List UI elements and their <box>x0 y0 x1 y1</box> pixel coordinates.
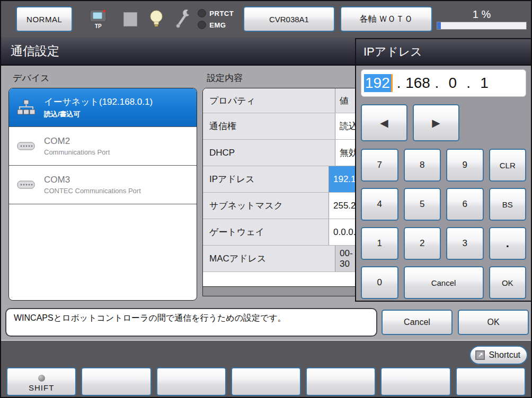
ip-octet-4[interactable]: 1 <box>474 75 495 92</box>
page-title: 通信設定 <box>11 43 59 59</box>
key-clear[interactable]: CLR <box>489 149 527 182</box>
mode-button[interactable]: NORMAL <box>16 6 73 32</box>
tp-label: TP <box>95 23 102 29</box>
fkey-4[interactable] <box>231 367 301 396</box>
wrench-icon <box>175 8 191 30</box>
device-item-com2[interactable]: COM2 Communications Port <box>9 127 197 166</box>
prtct-label: PRTCT <box>209 10 234 17</box>
property-cell: サブネットマスク <box>203 193 329 219</box>
device-desc: 読込/書込可 <box>44 110 153 119</box>
settings-table: プロパティ 値 通信権 読込/ DHCP 無効 IPアドレス 192.16 サブ… <box>202 88 361 296</box>
next-octet-button[interactable]: ▶ <box>413 104 459 141</box>
key-dot[interactable]: . <box>489 227 527 260</box>
prtct-led-icon <box>198 9 206 17</box>
keypad-ok-button[interactable]: OK <box>489 266 527 299</box>
serial-port-icon <box>15 141 37 151</box>
property-cell: ゲートウェイ <box>203 219 329 245</box>
ip-address-dialog: IPアドレス 192 . 168 . 0 . 1 ◀ ▶ 7 8 9 CLR 4… <box>355 38 532 302</box>
speed-percent-label: 1 % <box>473 8 491 21</box>
ip-octet-2[interactable]: 168 <box>404 75 432 92</box>
ip-octet-3[interactable]: 0 <box>442 75 463 92</box>
key-8[interactable]: 8 <box>404 149 441 182</box>
property-cell: IPアドレス <box>203 166 329 192</box>
device-desc: CONTEC Communications Port <box>44 187 141 195</box>
device-name: COM2 <box>44 136 110 147</box>
help-message-box: WINCAPSとロボットコントローラの間で通信を行うための設定です。 <box>5 308 377 337</box>
prtct-indicator: PRTCT <box>198 9 234 17</box>
fkey-shift[interactable]: SHIFT <box>6 367 76 396</box>
device-panel-label: デバイス <box>13 72 50 84</box>
property-cell: DHCP <box>203 140 335 166</box>
shift-label: SHIFT <box>29 383 54 392</box>
fkey-6[interactable] <box>380 367 450 396</box>
axis-mode-button[interactable]: 各軸 ＷＯＴＯ <box>340 6 432 32</box>
shift-led-icon <box>38 375 45 382</box>
footer-bar: ↗ Shortcut SHIFT <box>1 340 531 398</box>
key-1[interactable]: 1 <box>361 227 398 260</box>
speed-progress-fill <box>437 22 441 29</box>
key-7[interactable]: 7 <box>361 149 398 182</box>
tp-device-icon <box>88 9 108 23</box>
property-cell: 通信権 <box>203 113 335 139</box>
column-header-property: プロパティ <box>203 88 335 113</box>
fkey-2[interactable] <box>81 367 151 396</box>
help-message-text: WINCAPSとロボットコントローラの間で通信を行うための設定です。 <box>14 313 286 322</box>
shortcut-label: Shortcut <box>489 350 520 360</box>
stop-square-icon <box>123 12 137 26</box>
octet-nav-row: ◀ ▶ <box>361 104 526 141</box>
speed-indicator: 1 % <box>437 8 527 30</box>
device-list: イーサネット(192.168.0.1) 読込/書込可 COM2 Communic… <box>8 88 197 301</box>
table-row-mac-address[interactable]: MACアドレス 00-30 <box>203 246 361 272</box>
shortcut-icon: ↗ <box>475 350 485 360</box>
ok-button[interactable]: OK <box>458 310 529 335</box>
keypad-cancel-button[interactable]: Cancel <box>404 266 484 299</box>
dialog-title: IPアドレス <box>363 44 422 60</box>
settings-panel-label: 設定内容 <box>207 72 243 84</box>
device-name: COM3 <box>44 175 141 185</box>
ip-separator: . <box>435 75 439 92</box>
project-button[interactable]: CVR038A1 <box>243 6 334 32</box>
table-row-gateway[interactable]: ゲートウェイ 0.0.0.0 <box>203 219 361 246</box>
status-indicator-panel: PRTCT EMG <box>198 9 234 29</box>
fkey-3[interactable] <box>156 367 226 396</box>
shortcut-button[interactable]: ↗ Shortcut <box>469 346 528 365</box>
emg-indicator: EMG <box>198 21 234 29</box>
prev-octet-button[interactable]: ◀ <box>361 104 407 141</box>
table-row-subnet-mask[interactable]: サブネットマスク 255.25 <box>203 193 361 219</box>
key-3[interactable]: 3 <box>446 227 484 260</box>
device-name: イーサネット(192.168.0.1) <box>44 96 153 108</box>
table-row-comm-right[interactable]: 通信権 読込/ <box>203 113 361 140</box>
table-row-dhcp[interactable]: DHCP 無効 <box>203 140 361 166</box>
key-4[interactable]: 4 <box>361 188 398 221</box>
fkey-5[interactable] <box>306 367 376 396</box>
emg-label: EMG <box>209 21 226 29</box>
key-5[interactable]: 5 <box>404 188 441 221</box>
top-toolbar: NORMAL TP <box>1 1 531 37</box>
text-cursor <box>391 74 393 92</box>
lamp-icon <box>149 10 164 29</box>
table-row-ip-address[interactable]: IPアドレス 192.16 <box>203 166 361 193</box>
network-icon <box>15 99 37 116</box>
teach-pendant-icon: TP <box>86 9 110 29</box>
fkey-7[interactable] <box>456 367 526 396</box>
ip-octet-1-selected[interactable]: 192 <box>364 74 391 92</box>
speed-progress-bar <box>437 22 527 30</box>
table-header-row: プロパティ 値 <box>203 88 361 113</box>
key-9[interactable]: 9 <box>446 149 484 182</box>
serial-port-icon <box>15 180 37 189</box>
table-scrollbar[interactable] <box>203 286 361 296</box>
key-6[interactable]: 6 <box>446 188 484 221</box>
cancel-button[interactable]: Cancel <box>382 310 453 335</box>
property-cell: MACアドレス <box>203 246 335 272</box>
key-2[interactable]: 2 <box>404 227 441 260</box>
key-0[interactable]: 0 <box>361 266 398 299</box>
function-key-row: SHIFT <box>6 367 526 396</box>
device-item-com3[interactable]: COM3 CONTEC Communications Port <box>9 166 197 204</box>
ip-separator: . <box>397 75 401 92</box>
key-backspace[interactable]: BS <box>489 188 527 221</box>
ip-address-input[interactable]: 192 . 168 . 0 . 1 <box>361 69 526 97</box>
numeric-keypad: 7 8 9 CLR 4 5 6 BS 1 2 3 . 0 Cancel OK <box>361 149 526 299</box>
device-item-ethernet[interactable]: イーサネット(192.168.0.1) 読込/書込可 <box>9 88 197 127</box>
dialog-title-bar: IPアドレス <box>356 39 531 66</box>
ip-separator: . <box>466 75 471 92</box>
